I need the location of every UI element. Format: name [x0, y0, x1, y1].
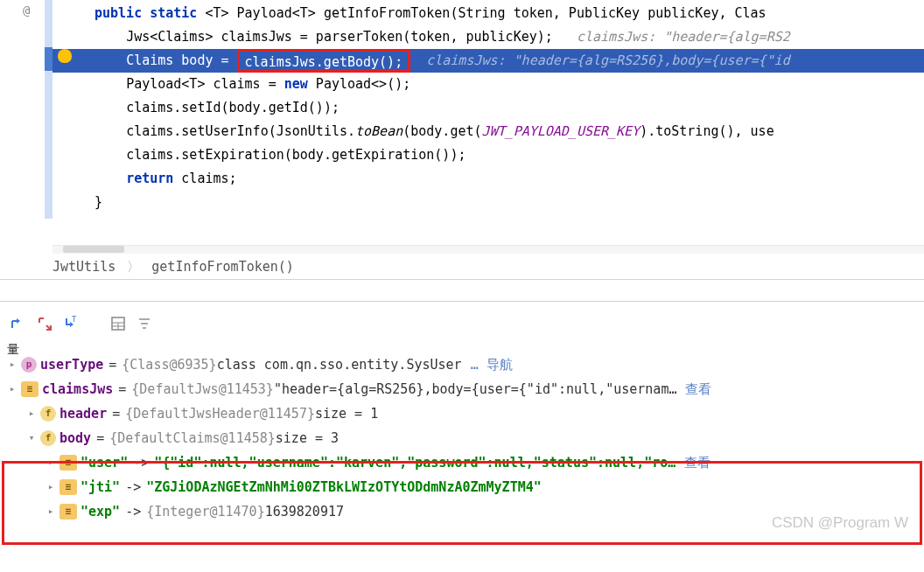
- variable-row[interactable]: ▸≡claimsJws = {DefaultJws@11453} "header…: [0, 377, 924, 401]
- chevron-down-icon[interactable]: ▾: [23, 426, 40, 450]
- chevron-right-icon[interactable]: ▸: [42, 450, 60, 475]
- view-link[interactable]: … 导航: [471, 352, 513, 377]
- variable-row[interactable]: ▸≡"user" -> "{"id":null,"username":"karv…: [0, 450, 924, 475]
- map-entry-icon: ≡: [60, 479, 77, 495]
- resume-icon[interactable]: [33, 312, 56, 335]
- chevron-right-icon[interactable]: ▸: [23, 401, 40, 426]
- map-entry-icon: ≡: [21, 381, 38, 397]
- map-entry-icon: ≡: [60, 504, 77, 520]
- breadcrumb[interactable]: JwtUtils 〉 getInfoFromToken(): [0, 254, 924, 280]
- debug-toolbar: T: [0, 302, 924, 337]
- svg-text:T: T: [72, 316, 77, 324]
- editor-gutter: @: [0, 0, 52, 245]
- annotation-icon: @: [23, 3, 30, 17]
- horizontal-scrollbar[interactable]: [52, 245, 924, 254]
- field-icon: f: [40, 430, 56, 446]
- field-icon: f: [40, 406, 56, 422]
- map-entry-icon: ≡: [60, 455, 77, 471]
- breadcrumb-class[interactable]: JwtUtils: [52, 259, 116, 275]
- code-editor[interactable]: @ public static <T> Payload<T> getInfoFr…: [0, 0, 924, 245]
- variable-row[interactable]: ▾fbody = {DefaultClaims@11458} size = 3: [0, 426, 924, 450]
- parameter-icon: p: [21, 357, 37, 373]
- breadcrumb-separator: 〉: [127, 259, 140, 275]
- variable-row[interactable]: ▸≡"jti" -> "ZGJiODAzNGEtZmNhMi00ZTBkLWIz…: [0, 475, 924, 499]
- chevron-right-icon[interactable]: ▸: [4, 352, 21, 377]
- view-link[interactable]: 查看: [685, 377, 711, 401]
- code-content[interactable]: public static <T> Payload<T> getInfoFrom…: [52, 0, 924, 245]
- chevron-right-icon[interactable]: ▸: [42, 499, 60, 524]
- chevron-right-icon[interactable]: ▸: [42, 475, 60, 499]
- view-link[interactable]: 查看: [684, 450, 710, 475]
- step-into-icon[interactable]: T: [60, 312, 82, 335]
- intention-bulb-icon[interactable]: [58, 49, 72, 63]
- calculator-icon[interactable]: [107, 312, 130, 335]
- chevron-right-icon[interactable]: ▸: [4, 377, 21, 401]
- filter-icon[interactable]: [133, 312, 156, 335]
- step-over-icon[interactable]: [7, 312, 30, 335]
- variable-row[interactable]: ▸fheader = {DefaultJwsHeader@11457} size…: [0, 401, 924, 426]
- panel-divider[interactable]: [0, 280, 924, 302]
- variables-panel[interactable]: ▸puserType = {Class@6935} class com.qn.s…: [0, 361, 924, 526]
- watermark: CSDN @Program W: [772, 514, 908, 532]
- breadcrumb-method[interactable]: getInfoFromToken(): [151, 259, 294, 275]
- variable-row[interactable]: ▸puserType = {Class@6935} class com.qn.s…: [0, 352, 924, 377]
